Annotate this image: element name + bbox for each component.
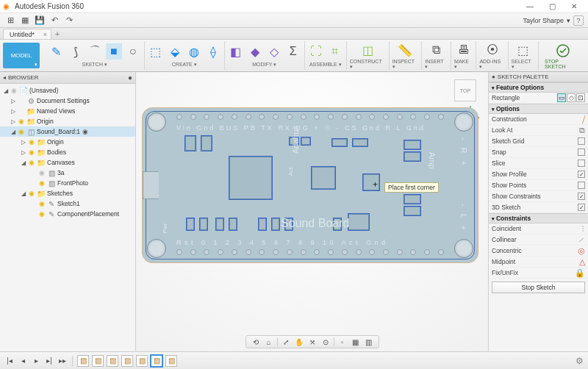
ribbon-tool-icon[interactable]: ◫ bbox=[359, 42, 376, 58]
ribbon-group-label[interactable]: MAKE ▾ bbox=[454, 59, 473, 70]
ribbon-tool-icon[interactable]: ◆ bbox=[247, 43, 263, 60]
help-button[interactable]: ? bbox=[573, 15, 584, 26]
ribbon-tool-icon[interactable]: ◧ bbox=[228, 43, 244, 60]
visibility-bulb-icon[interactable]: ◉ bbox=[38, 179, 46, 187]
ribbon-tool-icon[interactable]: Σ bbox=[285, 43, 301, 60]
visibility-bulb-icon[interactable]: ◉ bbox=[38, 210, 46, 218]
ribbon-tool-icon[interactable]: ○ bbox=[125, 43, 141, 60]
tree-node[interactable]: ◉✎ComponentPlacement bbox=[0, 209, 135, 219]
document-tab[interactable]: Untitled* × bbox=[3, 29, 51, 39]
ribbon-tool-icon[interactable]: ◍ bbox=[186, 43, 202, 60]
timeline-feature[interactable]: ▧ bbox=[151, 355, 162, 367]
timeline-feature[interactable]: ▧ bbox=[77, 355, 89, 367]
checkbox[interactable] bbox=[578, 182, 585, 189]
ribbon-group-label[interactable]: CREATE ▾ bbox=[172, 62, 197, 68]
tree-node[interactable]: ◉▧3a bbox=[0, 168, 135, 178]
ribbon-tool-icon[interactable]: ⬙ bbox=[167, 43, 183, 60]
ribbon-group-label[interactable]: INSERT ▾ bbox=[425, 59, 448, 70]
file-menu-button[interactable]: ▦ bbox=[19, 15, 31, 26]
constraint-row[interactable]: Collinear⟋ bbox=[489, 234, 588, 246]
save-button[interactable]: 💾 bbox=[34, 15, 46, 26]
visibility-bulb-icon[interactable]: ◉ bbox=[28, 148, 35, 156]
visibility-bulb-icon[interactable]: ◉ bbox=[18, 128, 25, 135]
tree-node[interactable]: ◉▧FrontPhoto bbox=[0, 178, 135, 188]
nav-tool-button[interactable]: ⟲ bbox=[251, 338, 261, 346]
browser-pin-icon[interactable]: ● bbox=[128, 74, 132, 82]
ribbon-tool-icon[interactable]: ⌗ bbox=[327, 43, 343, 60]
visibility-bulb-icon[interactable]: ◉ bbox=[28, 138, 35, 146]
visibility-bulb-icon[interactable]: ◉ bbox=[18, 118, 25, 125]
expander-icon[interactable]: ▷ bbox=[21, 139, 26, 146]
visibility-bulb-icon[interactable]: ◉ bbox=[38, 169, 46, 176]
ribbon-tool-icon[interactable]: ⬚ bbox=[148, 43, 164, 60]
checkbox[interactable] bbox=[578, 148, 585, 156]
nav-tool-button[interactable]: ⊙ bbox=[320, 338, 331, 346]
tree-node[interactable]: ◢◉◫Sound_Board:1 bbox=[0, 126, 135, 137]
tree-node[interactable]: ▷📁Named Views bbox=[0, 106, 135, 116]
timeline-play-button[interactable]: ▸▸ bbox=[57, 356, 68, 366]
ribbon-group-label[interactable]: ASSEMBLE ▾ bbox=[309, 62, 342, 68]
tree-node[interactable]: ▷◉📁Origin bbox=[0, 116, 135, 126]
expander-icon[interactable]: ◢ bbox=[21, 160, 26, 166]
timeline-settings-button[interactable]: ⚙ bbox=[576, 356, 584, 366]
nav-tool-button[interactable]: ⤢ bbox=[281, 338, 291, 346]
tree-node[interactable]: ▷◉📁Origin bbox=[0, 137, 135, 147]
workspace-switcher[interactable]: MODEL ▾ bbox=[3, 43, 40, 68]
constraint-row[interactable]: Concentric◎ bbox=[489, 246, 588, 257]
window-minimize-button[interactable]: — bbox=[519, 0, 541, 13]
timeline-feature[interactable]: ▧ bbox=[136, 355, 148, 367]
ribbon-tool-icon[interactable]: ⧉ bbox=[429, 42, 445, 58]
new-tab-button[interactable]: + bbox=[51, 28, 63, 39]
option-glyph-icon[interactable]: ⧸ bbox=[582, 115, 585, 124]
expander-icon[interactable]: ▷ bbox=[10, 118, 16, 125]
timeline-feature[interactable]: ▧ bbox=[121, 355, 133, 367]
constraints-header[interactable]: Constraints bbox=[489, 213, 588, 223]
nav-tool-button[interactable]: ✋ bbox=[294, 338, 304, 346]
ribbon-tool-icon[interactable]: ■ bbox=[106, 43, 122, 60]
ribbon-tool-icon[interactable]: 🖶 bbox=[456, 42, 472, 58]
timeline-play-button[interactable]: |◂ bbox=[4, 356, 15, 366]
expander-icon[interactable]: ▷ bbox=[10, 108, 16, 115]
user-menu[interactable]: Taylor Sharpe ▾ bbox=[523, 17, 570, 24]
window-close-button[interactable]: ✕ bbox=[563, 0, 585, 13]
palette-header[interactable]: ● SKETCH PALETTE bbox=[489, 72, 588, 82]
expander-icon[interactable]: ◢ bbox=[10, 129, 16, 135]
checkbox[interactable] bbox=[578, 160, 585, 167]
ribbon-tool-icon[interactable]: ⌒ bbox=[87, 43, 103, 60]
ribbon-group-label[interactable]: INSPECT ▾ bbox=[392, 59, 419, 70]
ribbon-group-label[interactable]: SELECT ▾ bbox=[512, 59, 536, 70]
expander-icon[interactable]: ◢ bbox=[21, 190, 26, 197]
tree-node[interactable]: ▷◉📁Bodies bbox=[0, 147, 135, 157]
tree-node[interactable]: ▷⚙Document Settings bbox=[0, 96, 135, 106]
checkbox[interactable] bbox=[578, 204, 585, 211]
ribbon-group-label[interactable]: MODIFY ▾ bbox=[252, 62, 276, 68]
constraint-row[interactable]: Fix/UnFix🔒 bbox=[489, 268, 588, 279]
ribbon-tool-icon[interactable]: ⟠ bbox=[205, 43, 221, 60]
timeline-feature[interactable]: ▧ bbox=[92, 355, 104, 367]
ribbon-group-label[interactable]: ADD-INS ▾ bbox=[479, 59, 504, 70]
tab-close-button[interactable]: × bbox=[43, 31, 47, 38]
ribbon-tool-icon[interactable]: ◇ bbox=[266, 43, 282, 60]
timeline-feature[interactable]: ▧ bbox=[107, 355, 118, 367]
timeline-play-button[interactable]: ▸| bbox=[44, 356, 54, 366]
rectangle-mode-segments[interactable]: ▭ ◇ ⊡ bbox=[557, 93, 585, 102]
option-glyph-icon[interactable]: ⧉ bbox=[579, 126, 585, 135]
redo-button[interactable]: ↷ bbox=[63, 15, 75, 26]
active-component-radio[interactable] bbox=[82, 128, 89, 135]
ribbon-tool-icon[interactable]: ⦿ bbox=[484, 42, 501, 58]
nav-tool-button[interactable]: ⤧ bbox=[307, 338, 318, 346]
nav-tool-button[interactable]: ▫ bbox=[337, 338, 348, 346]
feature-options-header[interactable]: Feature Options bbox=[489, 82, 588, 93]
ribbon-tool-icon[interactable]: ✎ bbox=[49, 43, 65, 60]
canvas-viewport[interactable]: TOP bbox=[136, 72, 488, 351]
checkbox[interactable] bbox=[578, 193, 585, 200]
nav-tool-button[interactable]: ▦ bbox=[351, 338, 361, 346]
options-header[interactable]: Options bbox=[489, 104, 588, 114]
expander-icon[interactable]: ◢ bbox=[3, 87, 9, 94]
constraint-row[interactable]: Coincident⸽ bbox=[489, 223, 588, 234]
expander-icon[interactable]: ▷ bbox=[10, 98, 16, 104]
tree-node[interactable]: ◢◉📄(Unsaved) bbox=[0, 85, 135, 96]
ribbon-tool-icon[interactable]: ⟆ bbox=[68, 43, 84, 60]
visibility-bulb-icon[interactable]: ◉ bbox=[38, 200, 46, 207]
window-maximize-button[interactable]: ▢ bbox=[541, 0, 563, 13]
